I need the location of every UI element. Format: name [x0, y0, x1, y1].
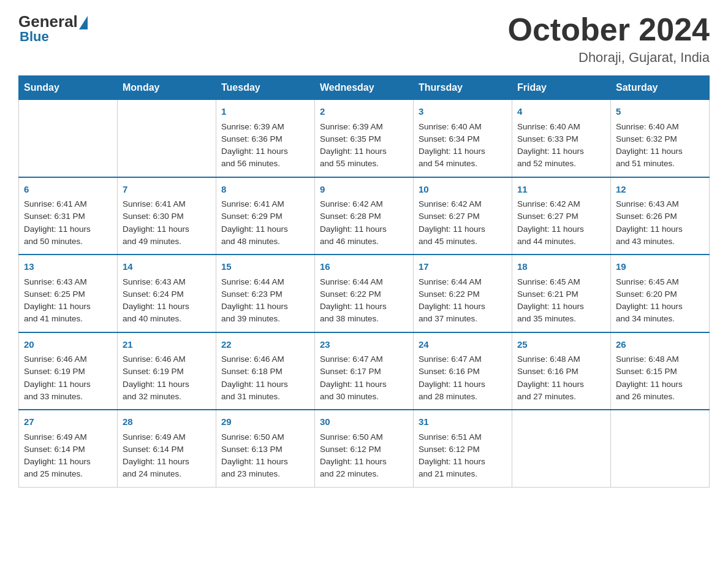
- day-number: 18: [517, 260, 605, 274]
- days-of-week-row: SundayMondayTuesdayWednesdayThursdayFrid…: [19, 76, 710, 100]
- day-info-line: Daylight: 11 hours: [320, 457, 387, 466]
- day-info-line: and 22 minutes.: [320, 469, 379, 478]
- calendar-header: SundayMondayTuesdayWednesdayThursdayFrid…: [19, 76, 710, 100]
- calendar-cell: 13Sunrise: 6:43 AMSunset: 6:25 PMDayligh…: [19, 255, 118, 332]
- day-info-line: and 34 minutes.: [616, 314, 675, 323]
- day-info-line: and 41 minutes.: [24, 314, 83, 323]
- day-info-line: Daylight: 11 hours: [320, 224, 387, 234]
- day-info-line: and 23 minutes.: [221, 469, 280, 478]
- day-info-line: Sunrise: 6:49 AM: [24, 432, 87, 442]
- day-info-line: Sunset: 6:21 PM: [517, 289, 578, 299]
- day-info-line: Daylight: 11 hours: [123, 224, 189, 234]
- day-info-line: Sunset: 6:27 PM: [517, 212, 578, 221]
- calendar-cell: 16Sunrise: 6:44 AMSunset: 6:22 PMDayligh…: [315, 255, 414, 332]
- day-info-line: Sunset: 6:23 PM: [221, 289, 282, 299]
- day-number: 12: [616, 183, 704, 197]
- day-info-line: Sunset: 6:28 PM: [320, 212, 381, 221]
- calendar-cell: 8Sunrise: 6:41 AMSunset: 6:29 PMDaylight…: [216, 177, 315, 255]
- calendar-cell: 24Sunrise: 6:47 AMSunset: 6:16 PMDayligh…: [414, 332, 512, 410]
- day-info-line: Sunset: 6:15 PM: [616, 367, 677, 376]
- day-info-line: and 31 minutes.: [221, 392, 280, 401]
- day-number: 4: [517, 105, 605, 119]
- day-info-line: Daylight: 11 hours: [221, 224, 288, 234]
- day-info-line: and 45 minutes.: [419, 237, 477, 246]
- day-info-line: Sunrise: 6:44 AM: [221, 277, 284, 286]
- day-header-sunday: Sunday: [19, 76, 118, 100]
- logo-blue-text: Blue: [20, 29, 49, 45]
- day-info-line: Sunset: 6:14 PM: [24, 445, 85, 454]
- day-number: 13: [24, 260, 112, 274]
- day-info-line: Sunrise: 6:50 AM: [221, 432, 284, 442]
- day-info-line: and 56 minutes.: [221, 159, 280, 168]
- day-info-line: and 37 minutes.: [419, 314, 477, 323]
- day-info-line: Sunset: 6:13 PM: [221, 445, 282, 454]
- calendar-cell: 22Sunrise: 6:46 AMSunset: 6:18 PMDayligh…: [216, 332, 315, 410]
- day-number: 15: [221, 260, 309, 274]
- day-info-line: and 43 minutes.: [616, 237, 675, 246]
- day-info-line: Sunrise: 6:44 AM: [419, 277, 482, 286]
- day-info-line: Sunrise: 6:43 AM: [24, 277, 87, 286]
- day-info-line: Sunset: 6:14 PM: [123, 445, 184, 454]
- calendar-cell: 17Sunrise: 6:44 AMSunset: 6:22 PMDayligh…: [414, 255, 512, 332]
- calendar-body: 1Sunrise: 6:39 AMSunset: 6:36 PMDaylight…: [19, 100, 710, 488]
- day-info-line: and 44 minutes.: [517, 237, 576, 246]
- calendar-cell: 20Sunrise: 6:46 AMSunset: 6:19 PMDayligh…: [19, 332, 118, 410]
- day-info-line: Sunrise: 6:40 AM: [616, 122, 679, 131]
- day-info-line: and 54 minutes.: [419, 159, 477, 168]
- day-info-line: Sunset: 6:26 PM: [616, 212, 677, 221]
- day-number: 31: [419, 415, 507, 429]
- day-info-line: Sunset: 6:16 PM: [517, 367, 578, 376]
- day-info-line: Sunrise: 6:39 AM: [221, 122, 284, 131]
- day-header-wednesday: Wednesday: [315, 76, 414, 100]
- day-info-line: Daylight: 11 hours: [517, 302, 584, 311]
- day-info-line: Sunrise: 6:41 AM: [221, 199, 284, 209]
- day-header-monday: Monday: [118, 76, 216, 100]
- day-info-line: Sunset: 6:12 PM: [419, 445, 480, 454]
- day-info-line: Sunset: 6:22 PM: [419, 289, 480, 299]
- day-info-line: Sunrise: 6:46 AM: [221, 354, 284, 364]
- calendar-cell: [512, 410, 611, 487]
- day-info-line: Sunset: 6:29 PM: [221, 212, 282, 221]
- day-info-line: Daylight: 11 hours: [24, 457, 91, 466]
- day-info-line: Sunrise: 6:43 AM: [616, 199, 679, 209]
- day-info-line: Sunset: 6:27 PM: [419, 212, 480, 221]
- day-info-line: Sunset: 6:32 PM: [616, 134, 677, 144]
- day-info-line: Daylight: 11 hours: [24, 302, 91, 311]
- day-info-line: Sunrise: 6:48 AM: [616, 354, 679, 364]
- day-number: 9: [320, 183, 408, 197]
- day-info-line: Sunrise: 6:40 AM: [517, 122, 580, 131]
- calendar-cell: 27Sunrise: 6:49 AMSunset: 6:14 PMDayligh…: [19, 410, 118, 487]
- day-info-line: Sunset: 6:19 PM: [24, 367, 85, 376]
- day-info-line: and 27 minutes.: [517, 392, 576, 401]
- day-info-line: Sunrise: 6:49 AM: [123, 432, 186, 442]
- page-header: General Blue October 2024 Dhoraji, Gujar…: [18, 12, 710, 66]
- day-info-line: and 21 minutes.: [419, 469, 477, 478]
- calendar-cell: 28Sunrise: 6:49 AMSunset: 6:14 PMDayligh…: [118, 410, 216, 487]
- calendar-cell: 5Sunrise: 6:40 AMSunset: 6:32 PMDaylight…: [611, 100, 710, 177]
- day-header-thursday: Thursday: [414, 76, 512, 100]
- day-info-line: and 32 minutes.: [123, 392, 181, 401]
- day-info-line: Daylight: 11 hours: [221, 302, 288, 311]
- day-info-line: Sunset: 6:16 PM: [419, 367, 480, 376]
- day-info-line: Sunrise: 6:42 AM: [517, 199, 580, 209]
- calendar-table: SundayMondayTuesdayWednesdayThursdayFrid…: [18, 75, 710, 488]
- day-info-line: Daylight: 11 hours: [123, 457, 189, 466]
- day-info-line: Sunrise: 6:42 AM: [320, 199, 383, 209]
- day-info-line: and 25 minutes.: [24, 469, 83, 478]
- day-number: 25: [517, 338, 605, 352]
- day-number: 28: [123, 415, 211, 429]
- day-info-line: Sunrise: 6:46 AM: [123, 354, 186, 364]
- day-info-line: Sunrise: 6:41 AM: [123, 199, 186, 209]
- calendar-week-row: 6Sunrise: 6:41 AMSunset: 6:31 PMDaylight…: [19, 177, 710, 255]
- day-info-line: and 49 minutes.: [123, 237, 181, 246]
- day-info-line: Daylight: 11 hours: [221, 380, 288, 389]
- day-info-line: Daylight: 11 hours: [419, 457, 485, 466]
- day-info-line: Sunset: 6:31 PM: [24, 212, 85, 221]
- day-info-line: Daylight: 11 hours: [419, 302, 485, 311]
- calendar-cell: 29Sunrise: 6:50 AMSunset: 6:13 PMDayligh…: [216, 410, 315, 487]
- day-info-line: Daylight: 11 hours: [517, 380, 584, 389]
- calendar-cell: 23Sunrise: 6:47 AMSunset: 6:17 PMDayligh…: [315, 332, 414, 410]
- calendar-cell: 26Sunrise: 6:48 AMSunset: 6:15 PMDayligh…: [611, 332, 710, 410]
- day-info-line: Daylight: 11 hours: [320, 147, 387, 156]
- day-info-line: Daylight: 11 hours: [616, 380, 683, 389]
